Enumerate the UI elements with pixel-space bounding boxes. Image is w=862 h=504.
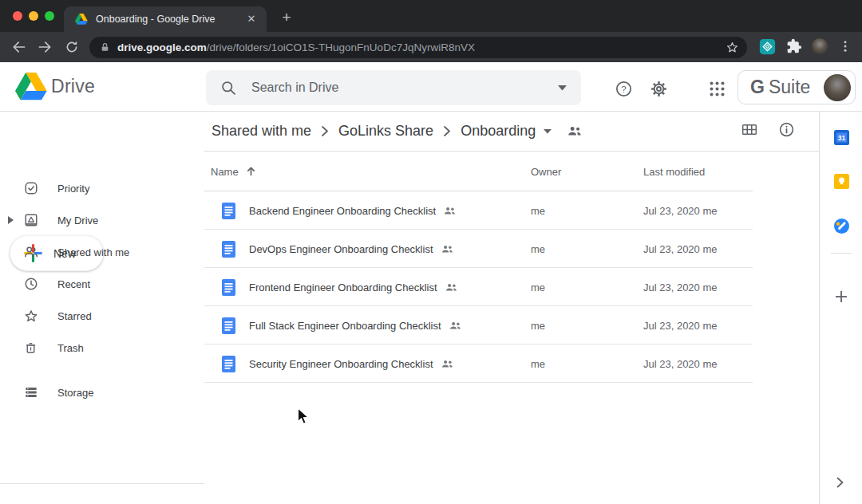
forward-button[interactable] [36,38,53,56]
column-header-modified[interactable]: Last modified [643,152,705,191]
starred-icon [24,309,38,323]
table-row[interactable]: DevOps Engineer Onboarding Checklist me … [204,230,753,268]
back-icon [11,39,27,55]
help-icon: ? [615,80,633,98]
bookmark-star-icon [726,41,739,54]
calendar-icon: 31 [834,130,849,145]
svg-text:31: 31 [837,133,845,141]
search-options-caret-icon[interactable] [558,85,567,91]
gsuite-logo: G [750,77,765,98]
folder-menu-caret-icon[interactable] [544,129,552,134]
file-modified: Jul 23, 2020 me [643,191,718,230]
file-modified: Jul 23, 2020 me [643,306,718,345]
breadcrumb-golinks-share[interactable]: GoLinks Share [338,123,433,140]
breadcrumb-onboarding[interactable]: Onboarding [461,123,536,140]
people-icon [445,283,457,292]
tab-close-button[interactable]: ✕ [244,12,259,26]
people-icon [449,321,461,330]
sidebar-item-recent[interactable]: Recent [0,268,204,300]
settings-button[interactable] [649,79,668,98]
file-name: Frontend Engineer Onboarding Checklist [249,282,437,293]
extensions-button[interactable] [786,38,802,57]
file-owner: me [531,345,545,383]
file-owner: me [531,268,545,306]
file-name: DevOps Engineer Onboarding Checklist [249,243,433,255]
back-button[interactable] [10,38,28,56]
chevron-right-icon [444,126,450,136]
recent-icon [24,277,38,291]
new-tab-button[interactable]: + [276,8,297,29]
address-bar[interactable]: drive.google.com/drive/folders/1oiCO1S-T… [89,37,747,58]
column-header-name[interactable]: Name [211,152,256,191]
browser-profile-avatar[interactable] [812,38,828,54]
left-sidebar: New Priority My Drive Shared with me [0,112,204,504]
grid-view-button[interactable] [741,123,757,140]
url-path: /drive/folders/1oiCO1S-THugonFnUoDc7JqNy… [207,41,475,53]
lock-icon [100,41,110,53]
puzzle-icon [786,38,802,54]
column-header-owner[interactable]: Owner [531,152,561,191]
sidebar-item-storage[interactable]: Storage [0,376,204,408]
tasks-button[interactable] [833,218,849,234]
expand-caret-icon[interactable] [8,216,16,224]
bookmark-button[interactable] [726,41,739,54]
sidebar-item-my-drive[interactable]: My Drive [0,204,204,236]
chevron-right-icon [836,477,844,488]
google-apps-button[interactable] [707,79,726,98]
sidebar-item-shared-with-me[interactable]: Shared with me [0,236,204,268]
account-avatar[interactable] [824,74,851,101]
drive-favicon-icon [75,14,88,25]
drive-logo-icon[interactable] [15,73,47,100]
refresh-button[interactable] [63,38,81,56]
browser-tabstrip: Onboarding - Google Drive ✕ + [0,0,862,32]
sidebar-item-starred[interactable]: Starred [0,300,204,332]
table-header: Name Owner Last modified [204,152,753,191]
info-button[interactable] [778,121,795,141]
table-row[interactable]: Backend Engineer Onboarding Checklist me… [204,191,753,230]
table-row[interactable]: Full Stack Engineer Onboarding Checklist… [204,306,753,345]
main-content: Shared with me GoLinks Share Onboarding [204,112,819,504]
browser-tab[interactable]: Onboarding - Google Drive ✕ [64,6,267,32]
menu-dots-icon [838,38,852,54]
breadcrumb-shared-with-me[interactable]: Shared with me [212,123,311,140]
sidebar-item-trash[interactable]: Trash [0,332,204,364]
sort-up-icon[interactable] [246,166,256,177]
minimize-window-button[interactable] [29,11,38,21]
gear-icon [650,80,668,98]
breadcrumb: Shared with me GoLinks Share Onboarding [204,112,819,152]
help-button[interactable]: ? [614,79,633,98]
get-addons-button[interactable] [833,289,849,305]
extension-teal-button[interactable] [759,38,776,58]
google-drive-window: Onboarding - Google Drive ✕ + drive.goog… [0,0,862,504]
docs-file-icon [222,317,235,334]
table-row[interactable]: Security Engineer Onboarding Checklist m… [204,345,753,383]
svg-text:?: ? [621,84,626,93]
keep-button[interactable] [833,173,849,189]
chevron-right-icon [322,126,328,136]
sidebar-item-priority[interactable]: Priority [0,172,204,204]
calendar-button[interactable]: 31 [833,129,849,145]
plus-icon [835,290,848,303]
fullscreen-window-button[interactable] [45,11,54,21]
people-icon [441,245,453,254]
forward-icon [37,39,53,55]
folder-shared-people-icon [567,126,582,136]
docs-file-icon [222,241,235,258]
browser-menu-button[interactable] [838,38,852,57]
close-window-button[interactable] [13,11,22,21]
file-owner: me [531,306,545,345]
sidebar-divider [0,483,204,484]
file-name: Security Engineer Onboarding Checklist [249,358,433,370]
search-bar[interactable] [206,70,581,105]
search-input[interactable] [251,81,558,95]
hide-panel-button[interactable] [832,474,848,490]
right-sidebar: 31 [819,112,862,504]
file-modified: Jul 23, 2020 me [643,345,718,383]
search-icon [220,80,237,96]
file-owner: me [531,230,545,268]
account-chip[interactable]: G Suite [737,70,856,104]
storage-icon [24,385,38,400]
keep-icon [834,174,849,189]
people-icon [444,207,456,215]
table-row[interactable]: Frontend Engineer Onboarding Checklist m… [204,268,753,306]
